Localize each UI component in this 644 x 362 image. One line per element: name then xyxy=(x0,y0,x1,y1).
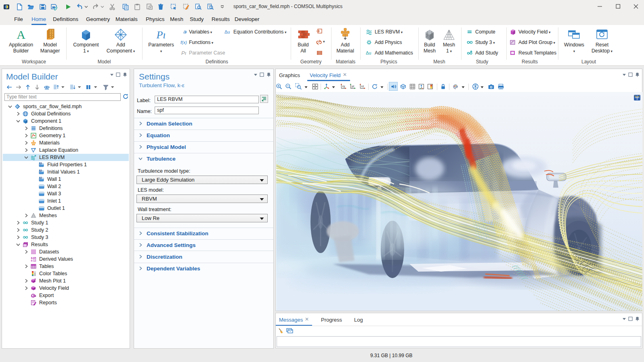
svg-text:D: D xyxy=(40,162,41,164)
svg-text:D: D xyxy=(40,169,41,172)
svg-text:Pı: Pı xyxy=(181,50,187,56)
svg-text:D: D xyxy=(40,176,41,179)
svg-text:f(x): f(x) xyxy=(180,40,187,45)
svg-text:A: A xyxy=(17,28,25,41)
svg-text:yz: yz xyxy=(352,85,355,88)
svg-text:Δu: Δu xyxy=(366,50,371,55)
svg-text:e-12: e-12 xyxy=(31,259,36,262)
svg-text:Δu: Δu xyxy=(224,29,230,34)
svg-text:Pı: Pı xyxy=(156,29,166,41)
svg-text:=: = xyxy=(185,29,187,34)
svg-text:xz: xz xyxy=(361,85,364,88)
svg-text:xy: xy xyxy=(342,85,345,88)
